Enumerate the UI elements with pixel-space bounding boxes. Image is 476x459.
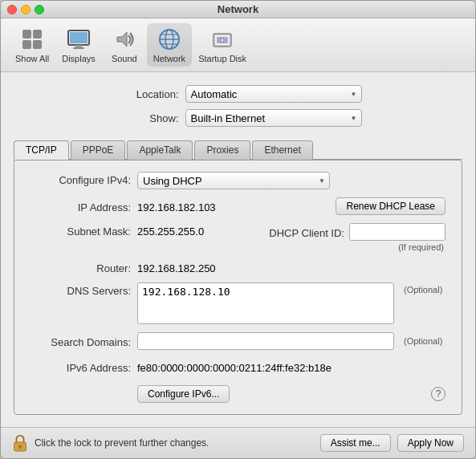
renew-dhcp-button[interactable]: Renew DHCP Lease (336, 197, 445, 215)
svg-point-17 (221, 39, 224, 42)
maximize-button[interactable] (35, 5, 44, 14)
toolbar-label-show-all: Show All (15, 54, 49, 63)
main-content: Location: Automatic Show: Built-in Ether… (1, 72, 475, 427)
displays-icon (66, 26, 92, 52)
svg-rect-0 (22, 30, 31, 39)
ipv6-address-value: fe80:0000:0000:0000:0211:24ff:fe32:b18e (137, 359, 332, 374)
tab-bar: TCP/IP PPPoE AppleTalk Proxies Ethernet (14, 140, 462, 160)
subnet-mask-label: Subnet Mask: (31, 223, 131, 238)
ipv6-address-label: IPv6 Address: (31, 359, 131, 374)
dns-servers-label: DNS Servers: (31, 282, 131, 297)
svg-rect-3 (33, 40, 42, 49)
lock-icon[interactable] (12, 434, 28, 452)
router-row: Router: 192.168.182.250 (31, 260, 445, 274)
window: Network Show All (0, 0, 476, 459)
svg-rect-2 (22, 40, 31, 49)
startup-disk-icon (210, 26, 235, 52)
dhcp-client-section: DHCP Client ID: (If required) (269, 223, 445, 252)
location-select[interactable]: Automatic (185, 85, 362, 103)
svg-rect-1 (33, 30, 42, 39)
bottom-buttons: Assist me... Apply Now (320, 434, 464, 452)
subnet-dhcp-row: Subnet Mask: 255.255.255.0 DHCP Client I… (31, 223, 445, 252)
dhcp-client-input[interactable] (349, 223, 445, 241)
tab-tcpip[interactable]: TCP/IP (14, 140, 69, 160)
toolbar-item-displays[interactable]: Displays (55, 23, 102, 67)
show-all-icon (19, 26, 45, 52)
search-domains-label: Search Domains: (31, 334, 131, 348)
toolbar-label-network: Network (153, 54, 185, 63)
svg-rect-7 (73, 47, 84, 49)
tab-appletalk[interactable]: AppleTalk (127, 140, 193, 160)
svg-rect-5 (70, 32, 87, 43)
close-button[interactable] (7, 5, 17, 14)
configure-ipv4-label: Configure IPv4: (31, 172, 131, 186)
dns-optional: (Optional) (404, 282, 442, 294)
search-domains-input[interactable] (137, 332, 394, 350)
dns-servers-input[interactable] (137, 282, 394, 324)
panel: Configure IPv4: Using DHCP IP Address: 1… (14, 160, 462, 415)
tab-ethernet[interactable]: Ethernet (252, 140, 312, 160)
show-label: Show: (115, 112, 179, 124)
dhcp-client-label: DHCP Client ID: (269, 225, 344, 239)
lock-text: Click the lock to prevent further change… (35, 437, 320, 449)
dns-servers-row: DNS Servers: (Optional) (31, 282, 445, 324)
toolbar-label-startup-disk: Startup Disk (198, 54, 246, 63)
router-value: 192.168.182.250 (137, 260, 216, 274)
show-select[interactable]: Built-in Ethernet (185, 109, 362, 127)
configure-ipv4-select-wrap: Using DHCP (137, 172, 330, 189)
toolbar-item-startup-disk[interactable]: Startup Disk (192, 23, 253, 67)
configure-ipv4-row: Configure IPv4: Using DHCP (31, 172, 445, 189)
svg-marker-8 (117, 32, 127, 47)
toolbar-label-sound: Sound (112, 54, 137, 63)
router-label: Router: (31, 260, 131, 274)
titlebar-buttons (7, 5, 44, 14)
ip-address-row: IP Address: 192.168.182.103 Renew DHCP L… (31, 197, 445, 215)
toolbar-label-displays: Displays (62, 54, 96, 63)
titlebar: Network (1, 1, 475, 18)
ip-address-value: 192.168.182.103 (137, 199, 329, 213)
svg-rect-6 (75, 45, 82, 47)
window-title: Network (218, 3, 258, 15)
tabs-container: TCP/IP PPPoE AppleTalk Proxies Ethernet … (14, 136, 462, 415)
show-row: Show: Built-in Ethernet (14, 109, 462, 127)
dhcp-client-row: DHCP Client ID: (269, 223, 445, 241)
svg-point-19 (18, 445, 22, 449)
show-select-wrap: Built-in Ethernet (185, 109, 362, 127)
location-label: Location: (115, 88, 179, 100)
assist-me-button[interactable]: Assist me... (320, 434, 391, 452)
search-domains-row: Search Domains: (Optional) (31, 332, 445, 350)
network-icon (157, 26, 182, 52)
sound-icon (112, 26, 137, 52)
tab-proxies[interactable]: Proxies (194, 140, 250, 160)
configure-ipv4-select[interactable]: Using DHCP (137, 172, 330, 189)
toolbar-item-network[interactable]: Network (147, 23, 192, 67)
toolbar-item-sound[interactable]: Sound (102, 23, 147, 67)
minimize-button[interactable] (21, 5, 31, 14)
location-select-wrap: Automatic (185, 85, 362, 103)
ip-address-label: IP Address: (31, 199, 131, 213)
help-button[interactable]: ? (431, 387, 445, 401)
apply-now-button[interactable]: Apply Now (397, 434, 464, 452)
search-domains-optional: (Optional) (404, 336, 442, 346)
toolbar-item-show-all[interactable]: Show All (9, 23, 55, 67)
tab-pppoe[interactable]: PPPoE (71, 140, 126, 160)
subnet-mask-value: 255.255.255.0 (137, 223, 262, 238)
configure-ipv6-button[interactable]: Configure IPv6... (137, 385, 230, 403)
configure-ipv6-row: Configure IPv6... ? (31, 385, 445, 403)
toolbar: Show All Displays Sound (1, 18, 475, 72)
location-row: Location: Automatic (14, 85, 462, 103)
dhcp-client-note: (If required) (269, 242, 445, 252)
bottom-bar: Click the lock to prevent further change… (1, 427, 475, 458)
ipv6-address-row: IPv6 Address: fe80:0000:0000:0000:0211:2… (31, 359, 445, 374)
